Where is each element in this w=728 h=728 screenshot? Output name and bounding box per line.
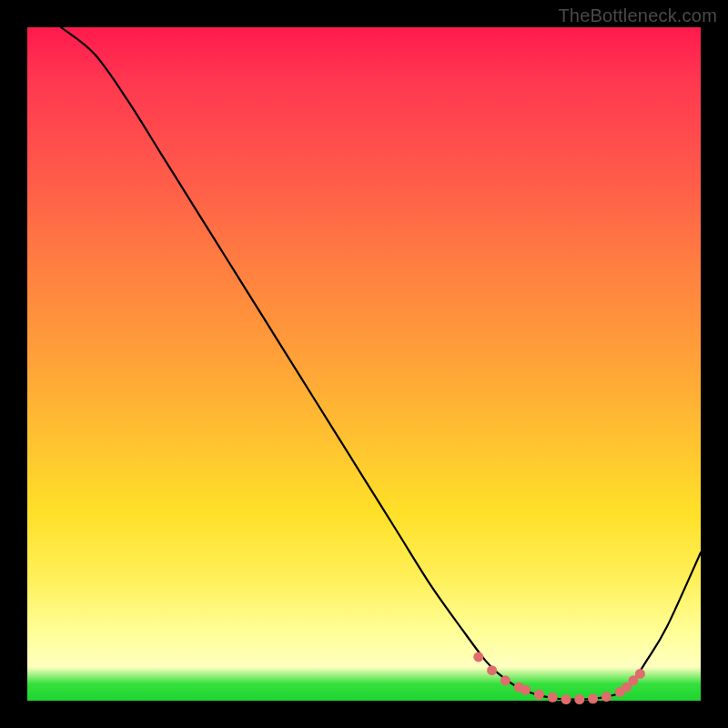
optimal-marker: [500, 675, 511, 685]
optimal-marker: [473, 652, 483, 662]
optimal-marker: [561, 694, 571, 704]
bottleneck-curve-line: [61, 27, 701, 700]
optimal-marker: [574, 694, 584, 704]
optimal-marker: [521, 685, 531, 695]
optimal-marker: [588, 693, 598, 703]
optimal-marker: [635, 669, 645, 679]
curve-svg: [27, 27, 701, 701]
watermark-text: TheBottleneck.com: [558, 5, 717, 26]
chart-frame: TheBottleneck.com: [0, 0, 728, 728]
plot-area: [27, 27, 701, 701]
optimal-range-markers: [473, 652, 645, 704]
optimal-marker: [534, 690, 544, 700]
optimal-marker: [602, 692, 612, 702]
optimal-marker: [548, 693, 558, 703]
optimal-marker: [487, 665, 497, 675]
